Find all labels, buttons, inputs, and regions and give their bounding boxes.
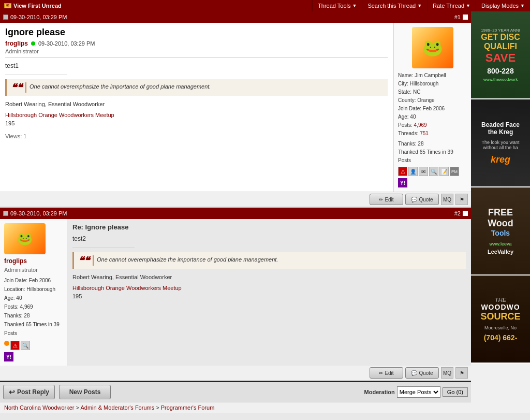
post2-sig: Robert Wearing, Essential Woodworker Hil…	[72, 273, 466, 301]
post-reply-icon: ↩	[9, 388, 15, 396]
post2-find-icon[interactable]: 🔍	[21, 341, 30, 350]
post-reply-label: Post Reply	[17, 388, 49, 396]
post1-search-icon[interactable]: 🔍	[429, 167, 438, 176]
post1-views: Views: 1	[5, 133, 388, 139]
ad2-brand: kreg	[491, 154, 510, 165]
post2-quote-divider	[93, 255, 94, 266]
ad1-line2: GET DISC	[481, 33, 520, 42]
post1-sig-link[interactable]: Hillsborough Orange Woodworkers Meetup	[5, 112, 114, 118]
post-2: 09-30-2010, 03:29 PM #2 🐸	[0, 208, 471, 381]
breadcrumb-sep1: >	[76, 404, 79, 411]
search-thread-btn[interactable]: Search this Thread ▼	[362, 0, 427, 11]
ad4[interactable]: THE WOODWO SOURCE Mooresville, No (704) …	[471, 276, 530, 364]
post2-info-joindate: Join Date: Feb 2006	[4, 276, 63, 285]
post1-text: test1	[5, 61, 388, 70]
envelope-icon: ✉	[4, 3, 11, 8]
post2-header: 09-30-2010, 03:29 PM #2	[0, 208, 471, 219]
post1-posts-link[interactable]: 4,969	[414, 122, 427, 128]
post2-quote-btn[interactable]: 💬 Quote	[405, 367, 439, 379]
post1-quote-btn[interactable]: 💬 Quote	[405, 194, 439, 205]
rate-thread-btn[interactable]: Rate Thread ▼	[427, 0, 476, 11]
post1-user-icons: ⚠ 👤 ✉ 🔍 📝 PM	[398, 167, 467, 176]
moderation-select[interactable]: Merge Posts	[397, 386, 440, 398]
post-reply-btn[interactable]: ↩ Post Reply	[3, 385, 55, 399]
ad1-line1: 1989–20 YEAR ANNI	[481, 28, 520, 33]
post2-user-icons: ⚠ 🔍	[4, 341, 63, 350]
post1-email-icon[interactable]: ✉	[419, 167, 428, 176]
new-posts-btn[interactable]: New Posts	[59, 385, 111, 399]
post1-yahoo-icon-area: Y!	[398, 178, 467, 187]
post2-report-btn[interactable]: ⚑	[455, 367, 468, 379]
ad4-line4: Mooresville, No	[484, 325, 517, 330]
post1-quote-divider	[25, 82, 26, 93]
ad2-line1: Beaded Face	[481, 121, 520, 128]
post1-sig: Robert Wearing, Essential Woodworker Hil…	[5, 100, 388, 128]
thread-tools-btn[interactable]: Thread Tools ▼	[312, 0, 362, 11]
post1-edit-btn[interactable]: ✏ Edit	[370, 194, 403, 205]
post1-blog-icon[interactable]: 📝	[439, 167, 449, 176]
breadcrumb-sep2: >	[156, 404, 159, 411]
post1-threads-link[interactable]: 751	[420, 131, 429, 136]
post2-num-right: #2	[454, 210, 468, 216]
post1-number: #1	[454, 14, 461, 20]
ad1[interactable]: 1989–20 YEAR ANNI GET DISC QUALIFI SAVE …	[471, 11, 530, 99]
post2-edit-btn[interactable]: ✏ Edit	[370, 367, 403, 379]
ad1-phone: 800-228	[487, 67, 513, 75]
post1-header-left: 09-30-2010, 03:29 PM	[3, 14, 67, 20]
display-modes-btn[interactable]: Display Modes ▼	[476, 0, 530, 11]
moderation-area: Moderation Merge Posts Go (0)	[364, 386, 468, 398]
post1-sig-author: Robert Wearing, Essential Woodworker	[5, 100, 388, 109]
breadcrumb-item2[interactable]: Admin & Moderator's Forums	[80, 404, 154, 411]
post1-divider	[5, 57, 388, 58]
view-first-unread-label: View First Unread	[13, 3, 62, 9]
post1-yahoo-icon[interactable]: Y!	[398, 178, 407, 187]
post2-yahoo-icon[interactable]: Y!	[4, 352, 13, 361]
post2-text: test2	[72, 234, 466, 243]
ad3-line1: FREE Wood	[474, 207, 527, 229]
post1-info-thanked: Thanked 65 Times in 39 Posts	[398, 148, 467, 165]
post1-quote-mark: ❝❝	[11, 82, 22, 93]
search-thread-arrow: ▼	[417, 3, 422, 8]
ad1-line4: SAVE	[485, 51, 516, 65]
post1-author-line: froglips 09-30-2010, 03:29 PM	[5, 40, 388, 47]
post1-date: 09-30-2010, 03:29 PM	[10, 14, 67, 20]
post1-report-btn[interactable]: ⚑	[455, 194, 468, 205]
post1-info-threads: Threads: 751	[398, 129, 467, 138]
post2-author-link[interactable]: froglips	[4, 257, 27, 265]
ad1-line3: QUALIFI	[484, 42, 517, 51]
post2-sig-link[interactable]: Hillsborough Orange Woodworkers Meetup	[72, 285, 182, 291]
post2-user-col: 🐸 froglips Administrator Join Date: Feb …	[0, 219, 67, 366]
ad1-url: www.thewoodwork	[483, 77, 518, 82]
moderation-go-btn[interactable]: Go (0)	[443, 387, 468, 397]
view-first-unread[interactable]: ✉ View First Unread	[0, 0, 312, 11]
post1-warn-icon[interactable]: ⚠	[398, 167, 407, 176]
post1-main: Ignore please froglips 09-30-2010, 03:29…	[0, 23, 393, 192]
post1-avatar: 🐸	[412, 27, 453, 68]
post2-warn-icon[interactable]: ⚠	[10, 341, 20, 350]
post1-quote: ❝❝ One cannot overemphasize the importan…	[5, 79, 388, 96]
post2-info-thanks: Thanks: 28	[4, 311, 63, 320]
breadcrumb: North Carolina Woodworker > Admin & Mode…	[0, 402, 471, 413]
post1-sig-num: 195	[5, 119, 388, 128]
post2-action-bar: ✏ Edit 💬 Quote MQ ⚑	[0, 366, 471, 381]
post1-author-link[interactable]: froglips	[5, 40, 28, 47]
post2-white-sq	[463, 211, 468, 216]
ad2-line2: the Kreg	[488, 128, 513, 136]
post2-quote-mark: ❝❝	[78, 255, 90, 266]
forum-content: 09-30-2010, 03:29 PM #1 Ignore please fr…	[0, 11, 471, 413]
post1-profile-icon[interactable]: 👤	[408, 167, 418, 176]
post1-content: test1 ❝❝ One cannot overemphasize the im…	[5, 61, 388, 128]
post2-title: Re: Ignore please	[72, 223, 466, 231]
ad3-url: www.leeva	[489, 241, 511, 247]
ad2[interactable]: Beaded Face the Kreg The look you want w…	[471, 99, 530, 187]
breadcrumb-item1[interactable]: North Carolina Woodworker	[4, 404, 75, 411]
post1-header: 09-30-2010, 03:29 PM #1	[0, 11, 471, 23]
post2-body: 🐸 froglips Administrator Join Date: Feb …	[0, 219, 471, 366]
ad3[interactable]: FREE Wood Tools www.leeva LeeValley	[471, 187, 530, 276]
display-modes-arrow: ▼	[520, 3, 525, 8]
new-posts-label: New Posts	[69, 388, 101, 396]
post2-multiquote-btn[interactable]: MQ	[441, 367, 453, 379]
breadcrumb-item3[interactable]: Programmer's Forum	[161, 404, 215, 411]
post1-pm-icon[interactable]: PM	[450, 167, 459, 176]
post1-multiquote-btn[interactable]: MQ	[441, 194, 453, 205]
